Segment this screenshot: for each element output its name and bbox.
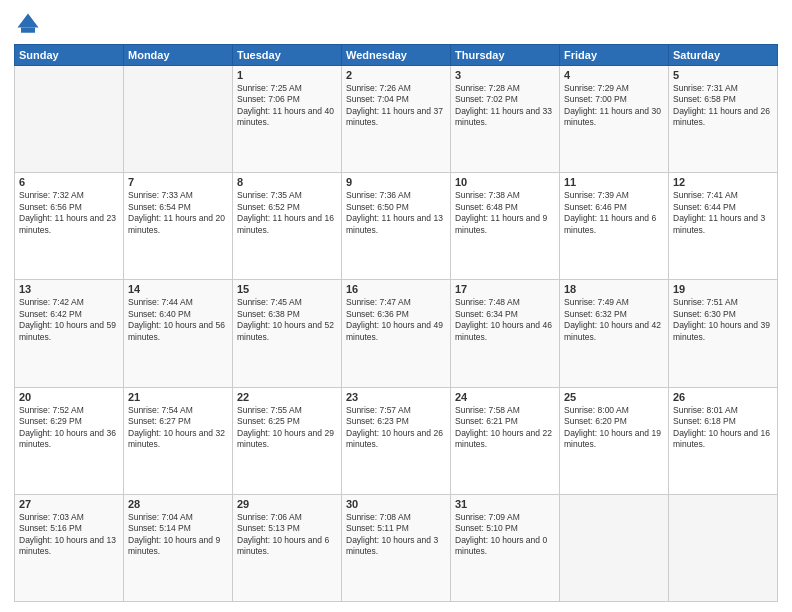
cell-content: Sunrise: 7:28 AMSunset: 7:02 PMDaylight:… [455,83,555,129]
weekday-header-row: SundayMondayTuesdayWednesdayThursdayFrid… [15,45,778,66]
cell-content: Sunrise: 7:42 AMSunset: 6:42 PMDaylight:… [19,297,119,343]
day-number: 20 [19,391,119,403]
calendar-cell: 8Sunrise: 7:35 AMSunset: 6:52 PMDaylight… [233,173,342,280]
calendar-cell: 4Sunrise: 7:29 AMSunset: 7:00 PMDaylight… [560,66,669,173]
cell-content: Sunrise: 7:09 AMSunset: 5:10 PMDaylight:… [455,512,555,558]
day-number: 23 [346,391,446,403]
day-number: 13 [19,283,119,295]
calendar-cell: 25Sunrise: 8:00 AMSunset: 6:20 PMDayligh… [560,387,669,494]
header [14,10,778,38]
cell-content: Sunrise: 7:04 AMSunset: 5:14 PMDaylight:… [128,512,228,558]
calendar-cell: 12Sunrise: 7:41 AMSunset: 6:44 PMDayligh… [669,173,778,280]
calendar-cell [560,494,669,601]
day-number: 8 [237,176,337,188]
day-number: 26 [673,391,773,403]
day-number: 11 [564,176,664,188]
calendar-cell: 31Sunrise: 7:09 AMSunset: 5:10 PMDayligh… [451,494,560,601]
calendar-cell: 19Sunrise: 7:51 AMSunset: 6:30 PMDayligh… [669,280,778,387]
cell-content: Sunrise: 7:55 AMSunset: 6:25 PMDaylight:… [237,405,337,451]
day-number: 1 [237,69,337,81]
weekday-header-wednesday: Wednesday [342,45,451,66]
weekday-header-thursday: Thursday [451,45,560,66]
cell-content: Sunrise: 7:25 AMSunset: 7:06 PMDaylight:… [237,83,337,129]
calendar-cell: 15Sunrise: 7:45 AMSunset: 6:38 PMDayligh… [233,280,342,387]
calendar-cell [124,66,233,173]
day-number: 9 [346,176,446,188]
calendar-cell: 26Sunrise: 8:01 AMSunset: 6:18 PMDayligh… [669,387,778,494]
day-number: 3 [455,69,555,81]
calendar-cell: 20Sunrise: 7:52 AMSunset: 6:29 PMDayligh… [15,387,124,494]
cell-content: Sunrise: 7:52 AMSunset: 6:29 PMDaylight:… [19,405,119,451]
calendar-cell: 29Sunrise: 7:06 AMSunset: 5:13 PMDayligh… [233,494,342,601]
day-number: 31 [455,498,555,510]
calendar-week-4: 27Sunrise: 7:03 AMSunset: 5:16 PMDayligh… [15,494,778,601]
cell-content: Sunrise: 7:26 AMSunset: 7:04 PMDaylight:… [346,83,446,129]
svg-marker-0 [18,14,39,28]
calendar-cell [669,494,778,601]
cell-content: Sunrise: 7:39 AMSunset: 6:46 PMDaylight:… [564,190,664,236]
calendar-week-3: 20Sunrise: 7:52 AMSunset: 6:29 PMDayligh… [15,387,778,494]
cell-content: Sunrise: 7:47 AMSunset: 6:36 PMDaylight:… [346,297,446,343]
logo [14,10,46,38]
cell-content: Sunrise: 7:08 AMSunset: 5:11 PMDaylight:… [346,512,446,558]
logo-icon [14,10,42,38]
calendar-cell: 2Sunrise: 7:26 AMSunset: 7:04 PMDaylight… [342,66,451,173]
calendar-cell: 24Sunrise: 7:58 AMSunset: 6:21 PMDayligh… [451,387,560,494]
cell-content: Sunrise: 7:41 AMSunset: 6:44 PMDaylight:… [673,190,773,236]
calendar-cell: 16Sunrise: 7:47 AMSunset: 6:36 PMDayligh… [342,280,451,387]
day-number: 2 [346,69,446,81]
day-number: 27 [19,498,119,510]
page: SundayMondayTuesdayWednesdayThursdayFrid… [0,0,792,612]
cell-content: Sunrise: 8:01 AMSunset: 6:18 PMDaylight:… [673,405,773,451]
cell-content: Sunrise: 7:36 AMSunset: 6:50 PMDaylight:… [346,190,446,236]
day-number: 6 [19,176,119,188]
day-number: 21 [128,391,228,403]
weekday-header-tuesday: Tuesday [233,45,342,66]
calendar-cell: 22Sunrise: 7:55 AMSunset: 6:25 PMDayligh… [233,387,342,494]
cell-content: Sunrise: 7:33 AMSunset: 6:54 PMDaylight:… [128,190,228,236]
day-number: 12 [673,176,773,188]
calendar-cell: 11Sunrise: 7:39 AMSunset: 6:46 PMDayligh… [560,173,669,280]
calendar-cell: 10Sunrise: 7:38 AMSunset: 6:48 PMDayligh… [451,173,560,280]
calendar-cell: 27Sunrise: 7:03 AMSunset: 5:16 PMDayligh… [15,494,124,601]
calendar-cell [15,66,124,173]
calendar-cell: 30Sunrise: 7:08 AMSunset: 5:11 PMDayligh… [342,494,451,601]
calendar-week-2: 13Sunrise: 7:42 AMSunset: 6:42 PMDayligh… [15,280,778,387]
calendar-cell: 18Sunrise: 7:49 AMSunset: 6:32 PMDayligh… [560,280,669,387]
weekday-header-friday: Friday [560,45,669,66]
cell-content: Sunrise: 7:58 AMSunset: 6:21 PMDaylight:… [455,405,555,451]
day-number: 10 [455,176,555,188]
calendar-body: 1Sunrise: 7:25 AMSunset: 7:06 PMDaylight… [15,66,778,602]
calendar-week-1: 6Sunrise: 7:32 AMSunset: 6:56 PMDaylight… [15,173,778,280]
cell-content: Sunrise: 8:00 AMSunset: 6:20 PMDaylight:… [564,405,664,451]
cell-content: Sunrise: 7:29 AMSunset: 7:00 PMDaylight:… [564,83,664,129]
calendar-cell: 5Sunrise: 7:31 AMSunset: 6:58 PMDaylight… [669,66,778,173]
weekday-header-saturday: Saturday [669,45,778,66]
cell-content: Sunrise: 7:06 AMSunset: 5:13 PMDaylight:… [237,512,337,558]
cell-content: Sunrise: 7:38 AMSunset: 6:48 PMDaylight:… [455,190,555,236]
day-number: 18 [564,283,664,295]
day-number: 25 [564,391,664,403]
cell-content: Sunrise: 7:45 AMSunset: 6:38 PMDaylight:… [237,297,337,343]
cell-content: Sunrise: 7:51 AMSunset: 6:30 PMDaylight:… [673,297,773,343]
cell-content: Sunrise: 7:49 AMSunset: 6:32 PMDaylight:… [564,297,664,343]
day-number: 22 [237,391,337,403]
calendar-header: SundayMondayTuesdayWednesdayThursdayFrid… [15,45,778,66]
day-number: 14 [128,283,228,295]
calendar-cell: 17Sunrise: 7:48 AMSunset: 6:34 PMDayligh… [451,280,560,387]
calendar-cell: 13Sunrise: 7:42 AMSunset: 6:42 PMDayligh… [15,280,124,387]
calendar-cell: 7Sunrise: 7:33 AMSunset: 6:54 PMDaylight… [124,173,233,280]
cell-content: Sunrise: 7:35 AMSunset: 6:52 PMDaylight:… [237,190,337,236]
calendar-table: SundayMondayTuesdayWednesdayThursdayFrid… [14,44,778,602]
cell-content: Sunrise: 7:32 AMSunset: 6:56 PMDaylight:… [19,190,119,236]
cell-content: Sunrise: 7:54 AMSunset: 6:27 PMDaylight:… [128,405,228,451]
cell-content: Sunrise: 7:03 AMSunset: 5:16 PMDaylight:… [19,512,119,558]
cell-content: Sunrise: 7:31 AMSunset: 6:58 PMDaylight:… [673,83,773,129]
day-number: 15 [237,283,337,295]
calendar-cell: 21Sunrise: 7:54 AMSunset: 6:27 PMDayligh… [124,387,233,494]
day-number: 19 [673,283,773,295]
day-number: 24 [455,391,555,403]
day-number: 4 [564,69,664,81]
weekday-header-monday: Monday [124,45,233,66]
day-number: 7 [128,176,228,188]
